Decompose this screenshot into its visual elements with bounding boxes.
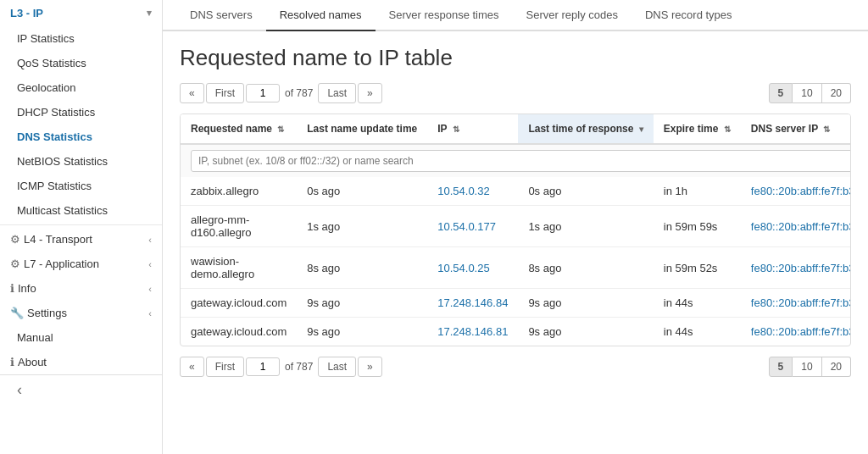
sidebar-item-qos-statistics[interactable]: QoS Statistics [0,51,162,75]
content-area: Requested name to IP table « First of 78… [163,31,868,454]
main-content: DNS servers Resolved names Server respon… [163,0,868,454]
cell-dns-server-ip-1[interactable]: fe80::20b:abff:fe7f:b397 [741,206,851,247]
sidebar-item-l7-application[interactable]: ⚙ L7 - Application ‹ [0,252,162,276]
table-filter-row [181,144,851,177]
table-row: zabbix.allegro 0s ago 10.54.0.32 0s ago … [181,177,851,206]
cell-last-time-response-1: 1s ago [518,206,653,247]
dns-table: Requested name ⇅ Last name update time I… [181,114,851,346]
col-dns-server-ip[interactable]: DNS server IP ⇅ [741,114,851,144]
page-total-top: of 787 [285,87,313,99]
chevron-left-icon-info: ‹ [148,284,152,294]
cell-last-name-update-2: 8s ago [297,247,427,289]
pagination-top: « First of 787 Last » [180,83,382,103]
cell-dns-server-ip-2[interactable]: fe80::20b:abff:fe7f:b397 [741,247,851,289]
cell-last-name-update-4: 9s ago [297,318,427,346]
cell-dns-server-ip-0[interactable]: fe80::20b:abff:fe7f:b397 [741,177,851,206]
cell-requested-name-2: wawision-demo.allegro [181,247,297,289]
sidebar-item-ip-statistics[interactable]: IP Statistics [0,26,162,51]
cell-ip-3[interactable]: 17.248.146.84 [427,289,518,318]
pagination-bottom-row: « First of 787 Last » 5 10 20 [180,357,851,377]
cell-dns-server-ip-3[interactable]: fe80::20b:abff:fe7f:b397 [741,289,851,318]
sidebar-item-icmp-statistics[interactable]: ICMP Statistics [0,174,162,198]
page-size-group-top: 5 10 20 [769,83,851,103]
sidebar-section-l3-label: L3 - IP [10,7,43,19]
sidebar-item-netbios-statistics[interactable]: NetBIOS Statistics [0,149,162,174]
page-size-10-top[interactable]: 10 [793,83,821,103]
sidebar: L3 - IP ▾ IP Statistics QoS Statistics G… [0,0,163,454]
cell-ip-0[interactable]: 10.54.0.32 [427,177,518,206]
col-last-name-update-time: Last name update time [297,114,427,144]
tab-server-response-times[interactable]: Server response times [376,0,513,31]
sidebar-item-dhcp-statistics[interactable]: DHCP Statistics [0,100,162,125]
page-size-group-bottom: 5 10 20 [769,357,851,377]
col-expire-time[interactable]: Expire time ⇅ [654,114,741,144]
table-row: wawision-demo.allegro 8s ago 10.54.0.25 … [181,247,851,289]
col-last-time-of-response[interactable]: Last time of response ▾ [518,114,653,144]
first-btn-top[interactable]: First [206,83,244,103]
pagination-top-row: « First of 787 Last » 5 10 20 [180,83,851,103]
wrench-icon: 🔧 [10,307,24,319]
tab-dns-record-types[interactable]: DNS record types [632,0,746,31]
tab-resolved-names[interactable]: Resolved names [266,0,376,31]
table-row: gateway.icloud.com 9s ago 17.248.146.81 … [181,318,851,346]
cell-expire-time-0: in 1h [654,177,741,206]
cell-ip-1[interactable]: 10.54.0.177 [427,206,518,247]
last-btn-top[interactable]: Last [318,83,356,103]
sidebar-item-geolocation[interactable]: Geolocation [0,75,162,100]
cell-expire-time-3: in 44s [654,289,741,318]
data-table: Requested name ⇅ Last name update time I… [180,114,851,346]
page-size-10-bottom[interactable]: 10 [793,357,821,377]
sidebar-item-about[interactable]: ℹ About [0,350,162,374]
cell-requested-name-0: zabbix.allegro [181,177,297,206]
next-btn-top[interactable]: » [358,83,382,103]
chevron-down-icon: ▾ [147,8,152,19]
cell-ip-4[interactable]: 17.248.146.81 [427,318,518,346]
sidebar-item-l4-transport[interactable]: ⚙ L4 - Transport ‹ [0,227,162,252]
chevron-left-icon-settings: ‹ [148,308,152,318]
filter-input[interactable] [191,150,851,172]
cell-last-time-response-2: 8s ago [518,247,653,289]
tab-dns-servers[interactable]: DNS servers [176,0,266,31]
tab-server-reply-codes[interactable]: Server reply codes [513,0,632,31]
sidebar-item-dns-statistics[interactable]: DNS Statistics [0,125,162,149]
page-size-20-bottom[interactable]: 20 [822,357,851,377]
tab-bar: DNS servers Resolved names Server respon… [163,0,868,31]
last-btn-bottom[interactable]: Last [318,357,356,377]
col-requested-name[interactable]: Requested name ⇅ [181,114,297,144]
next-btn-bottom[interactable]: » [358,357,382,377]
sort-icon-ip: ⇅ [453,125,459,134]
cell-last-name-update-3: 9s ago [297,289,427,318]
cell-expire-time-2: in 59m 52s [654,247,741,289]
sidebar-back-button[interactable]: ‹ [0,375,162,405]
cell-last-time-response-3: 9s ago [518,289,653,318]
page-size-5-bottom[interactable]: 5 [769,357,793,377]
sidebar-divider-1 [0,224,162,225]
col-ip[interactable]: IP ⇅ [427,114,518,144]
cell-ip-2[interactable]: 10.54.0.25 [427,247,518,289]
page-size-20-top[interactable]: 20 [822,83,851,103]
sort-icon-dns-server: ⇅ [823,125,830,134]
sidebar-item-multicast-statistics[interactable]: Multicast Statistics [0,198,162,223]
info-icon: ℹ [10,282,14,295]
sidebar-item-info[interactable]: ℹ Info ‹ [0,276,162,301]
first-btn-bottom[interactable]: First [206,357,244,377]
sidebar-section-l3[interactable]: L3 - IP ▾ [0,0,162,26]
sort-icon-expire: ⇅ [724,125,731,134]
cell-last-time-response-0: 0s ago [518,177,653,206]
page-size-5-top[interactable]: 5 [769,83,793,103]
sidebar-item-settings[interactable]: 🔧 Settings ‹ [0,301,162,325]
page-input-top[interactable] [246,84,280,102]
cell-dns-server-ip-4[interactable]: fe80::20b:abff:fe7f:b397 [741,318,851,346]
cell-last-time-response-4: 9s ago [518,318,653,346]
sidebar-item-manual[interactable]: Manual [0,325,162,350]
table-header-row: Requested name ⇅ Last name update time I… [181,114,851,144]
sort-icon-requested-name: ⇅ [277,125,284,134]
sort-icon-last-time: ▾ [639,125,643,134]
cell-requested-name-3: gateway.icloud.com [181,289,297,318]
prev-btn-bottom[interactable]: « [180,357,204,377]
about-icon: ℹ [10,356,14,368]
page-input-bottom[interactable] [246,357,280,376]
table-row: allegro-mm-d160.allegro 1s ago 10.54.0.1… [181,206,851,247]
cell-last-name-update-0: 0s ago [297,177,427,206]
prev-btn-top[interactable]: « [180,83,204,103]
